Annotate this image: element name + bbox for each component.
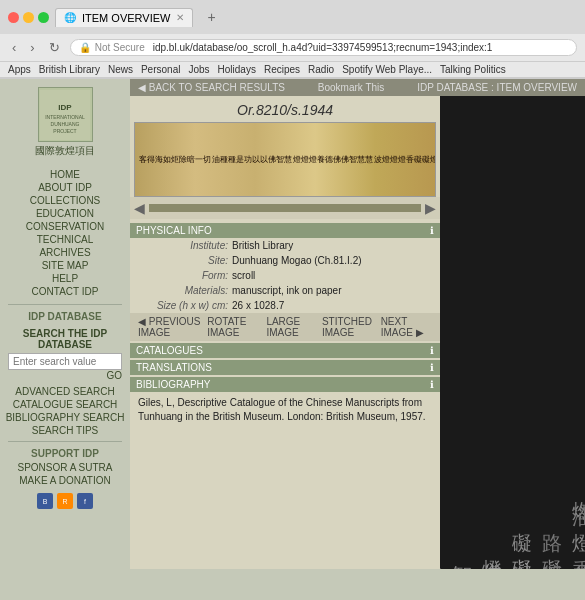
tab-favicon: 🌐 — [64, 12, 76, 23]
institute-row: Institute: British Library — [130, 238, 440, 253]
traffic-lights — [8, 12, 49, 23]
browser-chrome: 🌐 ITEM OVERVIEW ✕ + ‹ › ↻ 🔒 Not Secure i… — [0, 0, 585, 79]
sponsor-link[interactable]: SPONSOR A SUTRA — [0, 461, 130, 474]
bookmark-this[interactable]: Bookmark This — [318, 82, 385, 93]
go-button[interactable]: GO — [8, 370, 122, 381]
next-image-button[interactable]: NEXT IMAGE ▶ — [381, 316, 432, 338]
scroll-nav: ◀ ▶ — [130, 197, 440, 219]
db-section-title: IDP DATABASE — [0, 311, 130, 322]
nav-collections[interactable]: COLLECTIONS — [0, 194, 130, 207]
site-value: Dunhuang Mogao (Ch.81.I.2) — [228, 255, 432, 266]
scroll-right-button[interactable]: ▶ — [425, 199, 436, 217]
url-bar[interactable]: 🔒 Not Secure idp.bl.uk/database/oo_scrol… — [70, 39, 577, 56]
bookmark-talking-politics[interactable]: Talking Politics — [440, 64, 506, 75]
nav-home[interactable]: HOME — [0, 168, 130, 181]
manuscript-image: 客得海如炬除暗一切 油種種是功以佛智慧 燈燈燈養德以佛智慧 波燈燈香礙礙燈 羅蘿 — [440, 96, 585, 569]
bookmark-bl[interactable]: British Library — [39, 64, 100, 75]
tab-close-icon[interactable]: ✕ — [176, 12, 184, 23]
search-label: SEARCH THE IDP DATABASE — [8, 328, 122, 350]
nav-archives[interactable]: ARCHIVES — [0, 246, 130, 259]
scroll-left-button[interactable]: ◀ — [134, 199, 145, 217]
back-to-search-link[interactable]: ◀ BACK TO SEARCH RESULTS — [138, 82, 285, 93]
catalogue-search-link[interactable]: CATALOGUE SEARCH — [0, 398, 130, 411]
nav-about[interactable]: ABOUT IDP — [0, 181, 130, 194]
scroll-image: 客得海如炬除暗一切 油種種是功以以佛智慧 燈燈燈養德佛佛智慧慧 波燈燈燈香礙礙燈… — [135, 123, 435, 196]
char-col-6: 羅羅 油 — [444, 491, 585, 511]
form-label: Form: — [138, 270, 228, 281]
facebook-icon[interactable]: f — [77, 493, 93, 509]
back-button[interactable]: ‹ — [8, 38, 20, 57]
social-icons-area: B R f — [0, 493, 130, 509]
minimize-button[interactable] — [23, 12, 34, 23]
close-button[interactable] — [8, 12, 19, 23]
image-options: ROTATE IMAGE LARGE IMAGE STITCHED IMAGE — [207, 316, 380, 338]
translations-title: TRANSLATIONS — [136, 362, 212, 373]
nav-help[interactable]: HELP — [0, 272, 130, 285]
size-label: Size (h x w) cm: — [138, 300, 228, 311]
catalogues-header: CATALOGUES ℹ — [130, 343, 440, 358]
physical-info-title: PHYSICAL INFO — [136, 225, 212, 236]
search-input[interactable] — [8, 353, 122, 370]
rss-icon[interactable]: R — [57, 493, 73, 509]
bookmark-icon[interactable]: B — [37, 493, 53, 509]
nav-education[interactable]: EDUCATION — [0, 207, 130, 220]
bookmark-personal[interactable]: Personal — [141, 64, 180, 75]
url-text: idp.bl.uk/database/oo_scroll_h.a4d?uid=3… — [153, 42, 493, 53]
separator-1 — [8, 304, 122, 305]
bookmark-recipes[interactable]: Recipes — [264, 64, 300, 75]
advanced-search-link[interactable]: ADVANCED SEARCH — [0, 385, 130, 398]
svg-text:DUNHUANG: DUNHUANG — [51, 121, 80, 127]
forward-button[interactable]: › — [26, 38, 38, 57]
nav-technical[interactable]: TECHNICAL — [0, 233, 130, 246]
logo-area: IDP INTERNATIONAL DUNHUANG PROJECT 國際敦煌項… — [0, 87, 130, 158]
bookmark-jobs[interactable]: Jobs — [188, 64, 209, 75]
prev-image-button[interactable]: ◀ PREVIOUS IMAGE — [138, 316, 207, 338]
nav-contact[interactable]: CONTACT IDP — [0, 285, 130, 298]
main-nav: HOME ABOUT IDP COLLECTIONS EDUCATION CON… — [0, 168, 130, 298]
bibliography-title: BIBLIOGRAPHY — [136, 379, 210, 390]
physical-info-icon: ℹ — [430, 225, 434, 236]
bookmark-news[interactable]: News — [108, 64, 133, 75]
new-tab-button[interactable]: + — [199, 6, 223, 28]
bibliography-search-link[interactable]: BIBLIOGRAPHY SEARCH — [0, 411, 130, 424]
nav-conservation[interactable]: CONSERVATION — [0, 220, 130, 233]
site-label: Site: — [138, 255, 228, 266]
size-row: Size (h x w) cm: 26 x 1028.7 — [130, 298, 440, 313]
info-panel: Or.8210/s.1944 客得海如炬除暗一切 油種種是功以以佛智慧 燈燈燈養… — [130, 96, 440, 569]
browser-tab[interactable]: 🌐 ITEM OVERVIEW ✕ — [55, 8, 193, 27]
rotate-image-button[interactable]: ROTATE IMAGE — [207, 316, 258, 338]
nav-bar: ‹ › ↻ 🔒 Not Secure idp.bl.uk/database/oo… — [0, 34, 585, 62]
bookmark-radio[interactable]: Radio — [308, 64, 334, 75]
svg-text:INTERNATIONAL: INTERNATIONAL — [45, 114, 85, 120]
page-title: Or.8210/s.1944 — [130, 96, 440, 122]
bookmark-holidays[interactable]: Holidays — [218, 64, 256, 75]
bookmarks-bar: Apps British Library News Personal Jobs … — [0, 62, 585, 78]
materials-row: Materials: manuscript, ink on paper — [130, 283, 440, 298]
maximize-button[interactable] — [38, 12, 49, 23]
nav-images-bar: ◀ PREVIOUS IMAGE ROTATE IMAGE LARGE IMAG… — [130, 313, 440, 341]
large-image-button[interactable]: LARGE IMAGE — [266, 316, 314, 338]
bibliography-header: BIBLIOGRAPHY ℹ — [130, 377, 440, 392]
search-section: SEARCH THE IDP DATABASE GO — [0, 324, 130, 385]
materials-value: manuscript, ink on paper — [228, 285, 432, 296]
scroll-image-area: 客得海如炬除暗一切 油種種是功以以佛智慧 燈燈燈養德佛佛智慧慧 波燈燈燈香礙礙燈… — [134, 122, 436, 197]
search-tips-link[interactable]: SEARCH TIPS — [0, 424, 130, 437]
right-image-panel: 客得海如炬除暗一切 油種種是功以佛智慧 燈燈燈養德以佛智慧 波燈燈香礙礙燈 羅蘿 — [440, 96, 585, 569]
translations-header: TRANSLATIONS ℹ — [130, 360, 440, 375]
support-title: SUPPORT IDP — [0, 448, 130, 459]
separator-2 — [8, 441, 122, 442]
stitched-image-button[interactable]: STITCHED IMAGE — [322, 316, 381, 338]
tab-title: ITEM OVERVIEW — [82, 12, 170, 24]
char-col-5: 羅蘿 燈路礙 — [444, 517, 585, 537]
refresh-button[interactable]: ↻ — [45, 38, 64, 57]
bookmark-spotify[interactable]: Spotify Web Playe... — [342, 64, 432, 75]
bookmark-apps[interactable]: Apps — [8, 64, 31, 75]
institute-label: Institute: — [138, 240, 228, 251]
top-bar: ◀ BACK TO SEARCH RESULTS Bookmark This I… — [130, 79, 585, 96]
secure-label: Not Secure — [95, 42, 145, 53]
nav-sitemap[interactable]: SITE MAP — [0, 259, 130, 272]
donation-link[interactable]: MAKE A DONATION — [0, 474, 130, 487]
form-value: scroll — [228, 270, 432, 281]
sidebar: IDP INTERNATIONAL DUNHUANG PROJECT 國際敦煌項… — [0, 79, 130, 569]
svg-text:PROJECT: PROJECT — [53, 128, 76, 134]
